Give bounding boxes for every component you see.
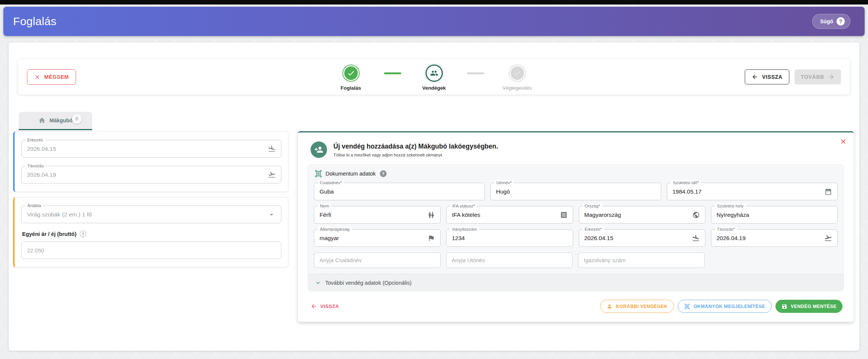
- step-vendegek[interactable]: Vendégek: [412, 65, 457, 91]
- guest-back-link[interactable]: VISSZA: [311, 303, 339, 309]
- form-row-2: Nem Férfi IFA státusz* IFA köteles: [314, 206, 838, 224]
- gender-field[interactable]: Nem Férfi: [314, 206, 441, 224]
- cancel-button-label: MÉGSEM: [44, 74, 69, 80]
- stepper: Foglalás Vendégek: [329, 65, 540, 91]
- ifa-status-label: IFA státusz*: [450, 203, 477, 209]
- globe-icon: [692, 211, 700, 219]
- arrival-field[interactable]: Érkezés 2026.04.15: [21, 140, 281, 158]
- back-button-label: VISSZA: [762, 74, 782, 80]
- calendar-icon[interactable]: [825, 188, 832, 195]
- more-guest-data-toggle[interactable]: További vendég adatok (Opcionális): [308, 274, 844, 291]
- price-table-select[interactable]: Ártábla Virág szobák (2 em.) 1 fő: [21, 206, 281, 223]
- show-documents-button[interactable]: OKMÁNYOK MEGJELENÍTÉSE: [678, 300, 771, 313]
- birth-place-field[interactable]: Születési hely Nyíregyháza: [711, 206, 838, 224]
- citizenship-field[interactable]: Állampolgárság magyar: [314, 229, 441, 247]
- help-icon[interactable]: ?: [380, 170, 387, 177]
- country-field[interactable]: Ország* Magyarország: [579, 206, 705, 224]
- close-guest-form-button[interactable]: [840, 138, 847, 145]
- step-label: Vendégek: [422, 85, 446, 91]
- departure-field[interactable]: Távozás 2026.04.19: [21, 166, 281, 183]
- unit-tabs: Mákgubó 0: [19, 112, 859, 130]
- price-table-label: Ártábla: [25, 203, 43, 209]
- page-title: Foglalás: [13, 15, 57, 28]
- document-section-header: Dokumentum adatok ?: [308, 165, 844, 180]
- birth-date-label: Születési idő*: [671, 180, 701, 186]
- departure-value: 2026.04.19: [27, 171, 264, 178]
- id-number-input[interactable]: [578, 252, 705, 268]
- app-header: Foglalás Súgó ?: [3, 7, 865, 36]
- citizenship-label: Állampolgárság: [318, 227, 351, 232]
- guest-back-label: VISSZA: [320, 303, 339, 309]
- custom-price-input[interactable]: [21, 242, 281, 259]
- next-button[interactable]: TOVÁBB: [795, 69, 841, 84]
- gender-label: Nem: [318, 203, 331, 209]
- arrow-right-icon: [828, 74, 835, 80]
- ifa-status-field[interactable]: IFA státusz* IFA köteles: [446, 206, 573, 224]
- custom-price-label-row: Egyéni ár / éj (bruttó) ?: [22, 231, 281, 237]
- flight-land-icon: [268, 145, 276, 153]
- zip-code-label: Irányítószám: [450, 227, 479, 232]
- country-value: Magyarország: [584, 212, 689, 218]
- guest-departure-field[interactable]: Távozás* 2026.04.19: [711, 229, 838, 247]
- cancel-button[interactable]: MÉGSEM: [27, 69, 76, 85]
- more-guest-data-label: További vendég adatok (Opcionális): [325, 280, 412, 286]
- back-button[interactable]: VISSZA: [745, 69, 789, 84]
- guest-arrival-label: Érkezés*: [583, 227, 604, 232]
- gender-icon: [427, 211, 435, 219]
- main-card: MÉGSEM Foglalás: [9, 42, 859, 351]
- step-active-circle: [426, 65, 443, 82]
- guest-card-header: Új vendég hozzáadása a(z) Mákgubó lakóeg…: [308, 141, 844, 158]
- flag-icon: [427, 234, 435, 242]
- step-foglalas[interactable]: Foglalás: [329, 65, 373, 91]
- wizard-toolbar: MÉGSEM Foglalás: [18, 59, 850, 95]
- tab-guest-count-badge: 0: [72, 114, 82, 124]
- guest-action-buttons: KORÁBBI VENDÉGEK OKMÁNYOK MEGJELENÍTÉSE …: [600, 300, 843, 313]
- last-name-field[interactable]: Családnév* Guba: [314, 183, 485, 200]
- guest-departure-label: Távozás*: [715, 227, 737, 232]
- country-label: Ország*: [583, 203, 602, 209]
- document-scanner-icon: [684, 303, 690, 309]
- citizenship-value: magyar: [320, 235, 424, 242]
- step-label: Foglalás: [341, 85, 361, 91]
- guest-departure-value: 2026.04.19: [717, 235, 820, 242]
- mother-last-name-input[interactable]: [314, 252, 441, 268]
- help-button[interactable]: Súgó ?: [812, 14, 850, 29]
- check-icon: [347, 69, 355, 77]
- first-name-field[interactable]: Utónév* Hugó: [490, 183, 661, 200]
- mother-first-name-input[interactable]: [446, 252, 573, 268]
- tab-makgubo[interactable]: Mákgubó 0: [19, 112, 92, 130]
- question-mark-icon: ?: [837, 17, 845, 26]
- save-guest-label: VENDÉG MENTÉSE: [791, 304, 837, 309]
- form-row-4: [314, 252, 838, 268]
- flight-land-icon: [692, 234, 700, 242]
- chevron-down-icon: [315, 279, 321, 286]
- departure-label: Távozás: [25, 163, 45, 169]
- guest-arrival-field[interactable]: Érkezés* 2026.04.15: [579, 229, 705, 247]
- flight-takeoff-icon: [824, 234, 832, 242]
- wizard-nav-buttons: VISSZA TOVÁBB: [745, 69, 841, 84]
- form-row-3: Állampolgárság magyar Irányítószám 1234 …: [314, 229, 838, 247]
- booking-summary-column: Érkezés 2026.04.15 Távozás 2026.04.19 Á: [13, 131, 288, 267]
- custom-price-label: Egyéni ár / éj (bruttó): [22, 231, 76, 237]
- price-table-value: Virág szobák (2 em.) 1 fő: [27, 211, 264, 218]
- guest-card-heading: Új vendég hozzáadása a(z) Mákgubó lakóeg…: [333, 143, 498, 157]
- previous-guests-button[interactable]: KORÁBBI VENDÉGEK: [600, 300, 674, 313]
- dates-card: Érkezés 2026.04.15 Távozás 2026.04.19: [13, 131, 288, 192]
- birth-place-label: Születési hely: [715, 203, 745, 209]
- save-icon: [781, 303, 787, 309]
- step-veglegesites[interactable]: Véglegesítés: [495, 65, 540, 91]
- help-icon[interactable]: ?: [80, 231, 86, 237]
- gender-value: Férfi: [320, 212, 424, 218]
- home-icon: [38, 117, 46, 124]
- birth-date-field[interactable]: Születési idő* 1984.05.17: [667, 183, 838, 200]
- save-guest-button[interactable]: VENDÉG MENTÉSE: [775, 300, 843, 313]
- first-name-label: Utónév*: [495, 180, 514, 186]
- guest-card-footer: VISSZA KORÁBBI VENDÉGEK OKMÁNYOK MEGJELE…: [308, 300, 844, 313]
- show-documents-label: OKMÁNYOK MEGJELENÍTÉSE: [693, 304, 765, 309]
- ifa-status-value: IFA köteles: [452, 212, 556, 218]
- zip-code-field[interactable]: Irányítószám 1234: [446, 229, 573, 247]
- birth-date-value: 1984.05.17: [672, 188, 821, 195]
- next-button-label: TOVÁBB: [801, 74, 824, 80]
- close-icon: [34, 74, 40, 80]
- guest-arrival-value: 2026.04.15: [584, 235, 688, 242]
